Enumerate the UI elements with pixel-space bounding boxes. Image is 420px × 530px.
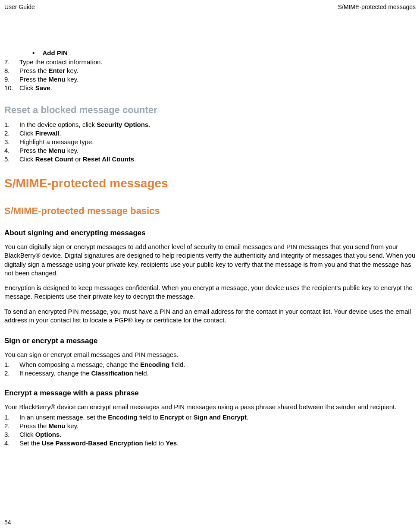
step-text: When composing a message, change the Enc… — [19, 361, 416, 368]
step-text: Click Reset Count or Reset All Counts. — [19, 155, 416, 163]
bullet-add-pin: Add PIN — [4, 49, 416, 57]
about-p3: To send an encrypted PIN message, you mu… — [4, 307, 416, 325]
plain-text: Set the — [19, 439, 42, 447]
step-text: In the device options, click Security Op… — [19, 121, 416, 128]
bold-term: Enter — [49, 67, 65, 74]
plain-text: If necessary, change the — [19, 369, 91, 377]
plain-text: Press the — [19, 422, 49, 429]
step-line: 4.Set the Use Password-Based Encryption … — [4, 439, 416, 447]
bold-term: Reset All Counts — [83, 155, 134, 163]
plain-text: Click — [19, 129, 35, 137]
plain-text: Press the — [19, 76, 49, 83]
bold-term: Sign and Encrypt — [194, 413, 247, 421]
bold-term: Classification — [91, 369, 134, 377]
step-number: 9. — [4, 76, 19, 83]
step-number: 1. — [4, 413, 19, 421]
section-reset-title: Reset a blocked message counter — [4, 104, 416, 116]
plain-text: Type the contact information. — [19, 58, 103, 66]
plain-text: . — [134, 155, 136, 163]
steps-top: 7.Type the contact information.8.Press t… — [4, 58, 416, 91]
step-line: 7.Type the contact information. — [4, 58, 416, 66]
bold-term: Security Options — [97, 121, 148, 128]
step-text: In an unsent message, set the Encoding f… — [19, 413, 416, 421]
step-line: 4.Press the Menu key. — [4, 147, 416, 154]
section-encrypt-title: Encrypt a message with a pass phrase — [4, 389, 416, 398]
step-text: Press the Enter key. — [19, 67, 416, 74]
plain-text: or — [73, 155, 83, 163]
plain-text: . — [60, 129, 61, 137]
step-text: Click Save. — [19, 84, 416, 91]
plain-text: Click — [19, 84, 35, 91]
bullet-label: Add PIN — [42, 49, 67, 57]
about-p2: Encryption is designed to keep messages … — [4, 284, 416, 301]
sign-intro: You can sign or encrypt email messages a… — [4, 350, 416, 359]
plain-text: . — [148, 121, 150, 128]
steps-reset: 1.In the device options, click Security … — [4, 121, 416, 163]
step-text: Set the Use Password-Based Encryption fi… — [19, 439, 416, 447]
step-number: 4. — [4, 147, 19, 154]
section-sign-title: Sign or encrypt a message — [4, 337, 416, 345]
step-number: 2. — [4, 369, 19, 377]
step-number: 8. — [4, 67, 19, 74]
step-line: 1.In an unsent message, set the Encoding… — [4, 413, 416, 421]
section-about-title: About signing and encrypting messages — [4, 229, 416, 237]
step-text: Highlight a message type. — [19, 138, 416, 145]
plain-text: . — [60, 431, 61, 438]
step-line: 2.Press the Menu key. — [4, 422, 416, 429]
plain-text: Press the — [19, 67, 49, 74]
step-number: 7. — [4, 58, 19, 66]
plain-text: field. — [133, 369, 149, 377]
bold-term: Menu — [49, 422, 66, 429]
plain-text: Click — [19, 155, 35, 163]
step-text: Press the Menu key. — [19, 147, 416, 154]
plain-text: Click — [19, 431, 35, 438]
bold-term: Encrypt — [160, 413, 184, 421]
step-number: 3. — [4, 431, 19, 438]
bold-term: Menu — [49, 76, 66, 83]
plain-text: . — [247, 413, 248, 421]
step-line: 10.Click Save. — [4, 84, 416, 91]
step-text: Click Firewall. — [19, 129, 416, 137]
step-number: 3. — [4, 138, 19, 145]
step-number: 5. — [4, 155, 19, 163]
step-line: 5.Click Reset Count or Reset All Counts. — [4, 155, 416, 163]
encrypt-intro: Your BlackBerry® device can encrypt emai… — [4, 403, 416, 411]
step-text: Click Options. — [19, 431, 416, 438]
step-line: 1.In the device options, click Security … — [4, 121, 416, 128]
plain-text: field. — [170, 361, 185, 368]
steps-sign: 1.When composing a message, change the E… — [4, 361, 416, 377]
step-line: 9.Press the Menu key. — [4, 76, 416, 83]
step-number: 4. — [4, 439, 19, 447]
bold-term: Save — [35, 84, 50, 91]
bold-term: Menu — [49, 147, 66, 154]
plain-text: key. — [65, 67, 78, 74]
plain-text: key. — [66, 147, 79, 154]
bold-term: Encoding — [108, 413, 137, 421]
plain-text: . — [50, 84, 52, 91]
plain-text: field to — [137, 413, 160, 421]
bold-term: Reset Count — [35, 155, 73, 163]
header-left: User Guide — [4, 3, 35, 10]
step-number: 2. — [4, 422, 19, 429]
step-number: 1. — [4, 121, 19, 128]
step-text: Type the contact information. — [19, 58, 416, 66]
step-line: 2.Click Firewall. — [4, 129, 416, 137]
header-right: S/MIME-protected messages — [338, 3, 416, 10]
bold-term: Encoding — [140, 361, 169, 368]
plain-text: or — [184, 413, 194, 421]
plain-text: . — [177, 439, 179, 447]
plain-text: In an unsent message, set the — [19, 413, 108, 421]
plain-text: key. — [66, 76, 79, 83]
step-line: 3.Highlight a message type. — [4, 138, 416, 145]
page-number: 54 — [4, 519, 11, 526]
step-number: 1. — [4, 361, 19, 368]
plain-text: Press the — [19, 147, 49, 154]
steps-encrypt: 1.In an unsent message, set the Encoding… — [4, 413, 416, 447]
step-number: 10. — [4, 84, 19, 91]
step-text: If necessary, change the Classification … — [19, 369, 416, 377]
section-smime-title: S/MIME-protected messages — [4, 177, 416, 190]
section-basics-title: S/MIME-protected message basics — [4, 205, 416, 217]
plain-text: In the device options, click — [19, 121, 97, 128]
step-line: 8.Press the Enter key. — [4, 67, 416, 74]
step-line: 1.When composing a message, change the E… — [4, 361, 416, 368]
